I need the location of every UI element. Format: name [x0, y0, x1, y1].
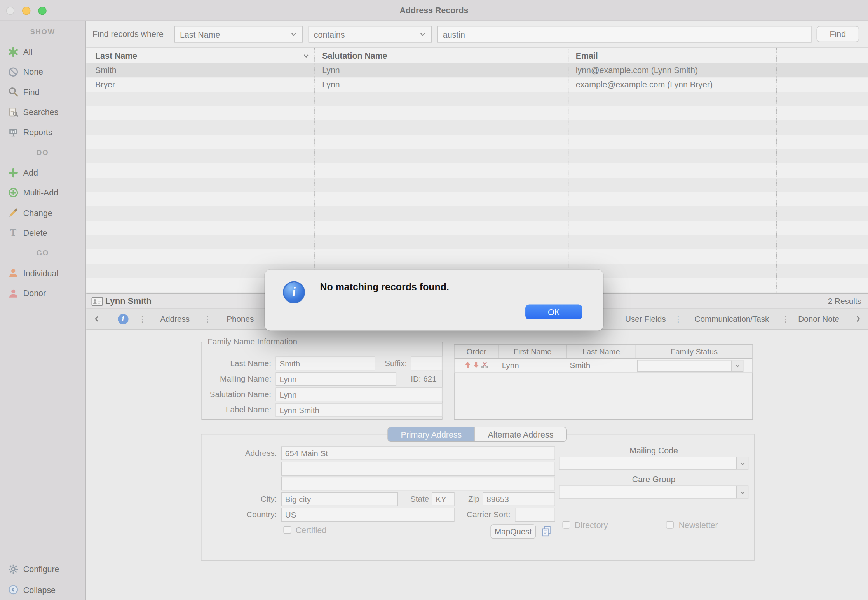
alert-dialog: i No matching records found. OK — [265, 270, 603, 331]
info-dialog-icon: i — [283, 281, 305, 303]
app-window: Address Records SHOW All None Find Searc… — [0, 0, 868, 600]
dialog-message: No matching records found. — [320, 280, 449, 293]
ok-button[interactable]: OK — [525, 305, 582, 319]
